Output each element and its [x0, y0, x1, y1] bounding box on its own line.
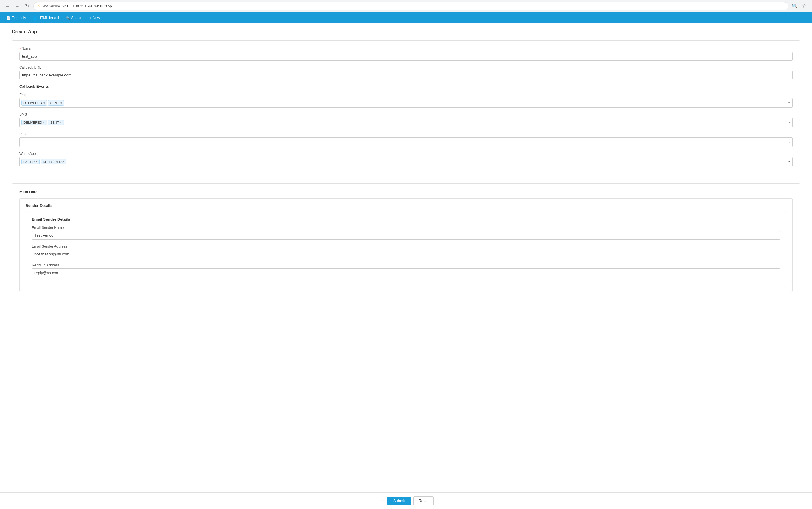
whatsapp-tag-delivered-remove[interactable]: × [62, 160, 64, 164]
sms-tag-sent: SENT × [48, 120, 64, 125]
not-secure-label: Not Secure [42, 4, 60, 8]
nav-item-html-based[interactable]: 🌐 HTML based [30, 14, 62, 22]
name-label: *Name [19, 47, 793, 51]
email-tag-delivered-remove[interactable]: × [43, 101, 44, 105]
name-input[interactable] [19, 52, 793, 61]
name-field-group: *Name [19, 47, 793, 61]
top-navigation: 📄 Text only 🌐 HTML based 🔍 Search + New [0, 12, 812, 23]
whatsapp-tag-failed: FAILED × [22, 159, 39, 164]
address-bar[interactable]: ⚠ Not Secure 52.66.130.251:9813/new/app [33, 2, 788, 10]
sender-details-section: Sender Details Email Sender Details Emai… [19, 198, 793, 292]
back-button[interactable]: ← [4, 2, 12, 10]
main-form-section: *Name Callback URL Callback Events Email… [12, 40, 800, 177]
reply-to-address-input[interactable] [32, 269, 780, 277]
sms-dropdown-arrow: ▼ [788, 121, 790, 124]
email-sender-address-input[interactable] [32, 250, 780, 258]
push-label: Push [19, 132, 793, 136]
nav-item-html-based-label: HTML based [38, 16, 59, 20]
email-sender-name-field-group: Email Sender Name [32, 226, 780, 240]
browser-chrome: ← → ↻ ⚠ Not Secure 52.66.130.251:9813/ne… [0, 0, 812, 12]
email-sender-name-label: Email Sender Name [32, 226, 780, 230]
meta-data-section: Meta Data Sender Details Email Sender De… [12, 183, 800, 298]
page-title: Create App [12, 29, 800, 34]
search-browser-button[interactable]: 🔍 [790, 2, 799, 10]
email-sender-details-title: Email Sender Details [32, 217, 780, 222]
email-sender-address-label: Email Sender Address [32, 244, 780, 248]
email-field-group: Email DELIVERED × SENT × ▼ [19, 93, 793, 108]
nav-item-new[interactable]: + New [87, 14, 103, 22]
page-content: Create App *Name Callback URL Callback E… [0, 23, 812, 508]
arrow-indicator: → [378, 498, 384, 504]
sms-label: SMS [19, 112, 793, 116]
email-tag-field[interactable]: DELIVERED × SENT × ▼ [19, 98, 793, 108]
name-required-star: * [19, 47, 21, 51]
sms-tag-field[interactable]: DELIVERED × SENT × ▼ [19, 118, 793, 127]
callback-events-title: Callback Events [19, 84, 793, 89]
whatsapp-tag-failed-remove[interactable]: × [36, 160, 37, 164]
nav-item-text-only-label: Text only [12, 16, 26, 20]
reply-to-address-field-group: Reply To Address [32, 263, 780, 277]
browser-actions: 🔍 ☆ [790, 2, 808, 10]
email-tag-sent: SENT × [48, 100, 64, 106]
callback-url-field-group: Callback URL [19, 65, 793, 79]
email-tag-sent-remove[interactable]: × [60, 101, 62, 105]
sms-tag-sent-remove[interactable]: × [60, 121, 62, 124]
meta-data-title: Meta Data [19, 190, 793, 194]
email-tag-delivered: DELIVERED × [22, 100, 47, 106]
email-sender-name-input[interactable] [32, 231, 780, 240]
nav-item-search[interactable]: 🔍 Search [63, 14, 85, 22]
text-only-icon: 📄 [6, 16, 11, 20]
callback-url-input[interactable] [19, 71, 793, 79]
reload-button[interactable]: ↻ [23, 2, 31, 10]
whatsapp-tag-field[interactable]: FAILED × DELIVERED × ▼ [19, 157, 793, 167]
sms-field-group: SMS DELIVERED × SENT × ▼ [19, 112, 793, 127]
email-dropdown-arrow: ▼ [788, 101, 790, 105]
nav-item-text-only[interactable]: 📄 Text only [4, 14, 29, 22]
warning-icon: ⚠ [37, 4, 40, 8]
sms-tag-delivered-remove[interactable]: × [43, 121, 44, 124]
email-sender-address-field-group: Email Sender Address [32, 244, 780, 258]
whatsapp-label: WhatsApp [19, 151, 793, 156]
whatsapp-dropdown-arrow: ▼ [788, 160, 790, 164]
reply-to-address-label: Reply To Address [32, 263, 780, 267]
sms-tag-delivered: DELIVERED × [22, 120, 47, 125]
push-dropdown-arrow: ▼ [788, 141, 790, 144]
push-tag-field[interactable]: ▼ [19, 137, 793, 147]
footer-bar: → Submit Reset [0, 493, 812, 508]
nav-buttons: ← → ↻ [4, 2, 31, 10]
callback-url-label: Callback URL [19, 65, 793, 70]
push-field-group: Push ▼ [19, 132, 793, 147]
nav-item-search-label: Search [71, 16, 83, 20]
bookmark-button[interactable]: ☆ [800, 2, 808, 10]
email-label: Email [19, 93, 793, 97]
new-icon: + [90, 16, 92, 20]
reset-button[interactable]: Reset [414, 496, 434, 505]
whatsapp-field-group: WhatsApp FAILED × DELIVERED × ▼ [19, 151, 793, 167]
email-sender-details-section: Email Sender Details Email Sender Name E… [26, 212, 786, 287]
search-nav-icon: 🔍 [66, 16, 70, 20]
forward-button[interactable]: → [13, 2, 22, 10]
submit-button[interactable]: Submit [387, 497, 411, 505]
url-text: 52.66.130.251:9813/new/app [62, 4, 784, 8]
html-based-icon: 🌐 [33, 16, 37, 20]
nav-item-new-label: New [93, 16, 100, 20]
whatsapp-tag-delivered: DELIVERED × [41, 159, 66, 164]
sender-details-title: Sender Details [26, 203, 786, 208]
